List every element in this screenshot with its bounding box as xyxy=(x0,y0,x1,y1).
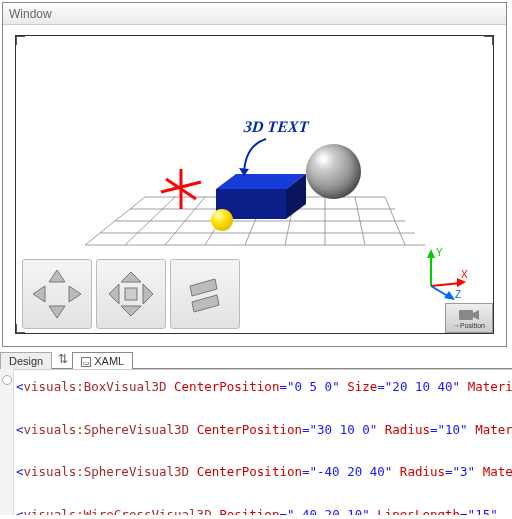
designer-window: Window xyxy=(2,2,507,347)
designer-tab-strip: Design ⇅ ▭XAML xyxy=(0,349,512,369)
svg-rect-29 xyxy=(125,288,137,300)
window-title: Window xyxy=(9,7,52,21)
axis-y-label: Y xyxy=(436,247,443,258)
code-tag: visuals:BoxVisual3D xyxy=(24,379,167,394)
axis-x-label: X xyxy=(461,269,468,280)
tab-design[interactable]: Design xyxy=(0,352,52,369)
gutter-marker xyxy=(2,375,12,385)
svg-marker-26 xyxy=(121,306,141,316)
svg-marker-22 xyxy=(49,306,65,318)
code-gutter xyxy=(0,369,14,515)
code-attr: Material xyxy=(483,464,512,479)
code-attr: Size xyxy=(347,379,377,394)
tab-xaml[interactable]: ▭XAML xyxy=(72,352,133,369)
code-val: -40 20 10 xyxy=(295,507,363,516)
code-val: 30 10 0 xyxy=(317,422,370,437)
axis-z-label: Z xyxy=(455,289,461,300)
camera-icon xyxy=(457,308,481,322)
svg-marker-21 xyxy=(49,270,65,282)
svg-marker-23 xyxy=(33,286,45,302)
code-tag: visuals:SphereVisual3D xyxy=(24,422,190,437)
code-attr: CenterPosition xyxy=(197,422,302,437)
svg-marker-28 xyxy=(143,284,153,304)
code-val: 0 5 0 xyxy=(294,379,332,394)
svg-line-34 xyxy=(431,283,461,286)
code-val: 15 xyxy=(475,507,490,516)
swap-panes-button[interactable]: ⇅ xyxy=(54,350,72,368)
svg-marker-20 xyxy=(239,168,249,176)
navigation-widget-tray xyxy=(22,259,240,329)
svg-marker-25 xyxy=(121,272,141,282)
sphere-small-visual xyxy=(211,209,233,231)
code-attr: Radius xyxy=(385,422,430,437)
code-val: -40 20 40 xyxy=(317,464,385,479)
svg-marker-33 xyxy=(427,249,435,258)
camera-button-label: →Position xyxy=(453,322,485,329)
xaml-code-editor[interactable]: <visuals:BoxVisual3D CenterPosition="0 5… xyxy=(0,369,512,515)
tab-xaml-label: XAML xyxy=(94,355,124,367)
orbit-widget[interactable] xyxy=(96,259,166,329)
scene-root: 3D TEXT xyxy=(16,36,493,333)
svg-rect-38 xyxy=(459,310,473,320)
xaml-file-icon: ▭ xyxy=(81,357,91,367)
code-tag: visuals:SphereVisual3D xyxy=(24,464,190,479)
code-attr: LinesLength xyxy=(377,507,460,516)
code-attr: CenterPosition xyxy=(197,464,302,479)
code-val: 10 xyxy=(445,422,460,437)
svg-marker-24 xyxy=(69,286,81,302)
tab-design-label: Design xyxy=(9,355,43,367)
camera-position-button[interactable]: →Position xyxy=(445,303,493,333)
code-attr: Material xyxy=(475,422,512,437)
swap-icon-glyph: ⇅ xyxy=(58,352,68,366)
code-val: 20 10 40 xyxy=(392,379,452,394)
text3d-label: 3D TEXT xyxy=(243,118,309,136)
window-title-bar: Window xyxy=(3,3,506,25)
zoom-widget[interactable] xyxy=(170,259,240,329)
wire-cross-visual xyxy=(156,164,206,214)
code-tag: visuals:WireCrossVisual3D xyxy=(24,507,212,516)
code-attr: Position xyxy=(219,507,279,516)
svg-marker-30 xyxy=(190,279,217,296)
3d-viewport[interactable]: 3D TEXT xyxy=(15,35,494,334)
svg-marker-39 xyxy=(473,310,479,320)
svg-marker-31 xyxy=(192,295,219,312)
axis-gizmo[interactable]: Y X Z xyxy=(411,246,471,301)
annotation-arrow xyxy=(236,136,276,186)
code-attr: Radius xyxy=(400,464,445,479)
svg-marker-27 xyxy=(109,284,119,304)
pan-widget[interactable] xyxy=(22,259,92,329)
sphere-large-visual xyxy=(306,144,361,199)
code-attr: Material xyxy=(468,379,512,394)
code-attr: CenterPosition xyxy=(174,379,279,394)
code-val: 3 xyxy=(460,464,468,479)
